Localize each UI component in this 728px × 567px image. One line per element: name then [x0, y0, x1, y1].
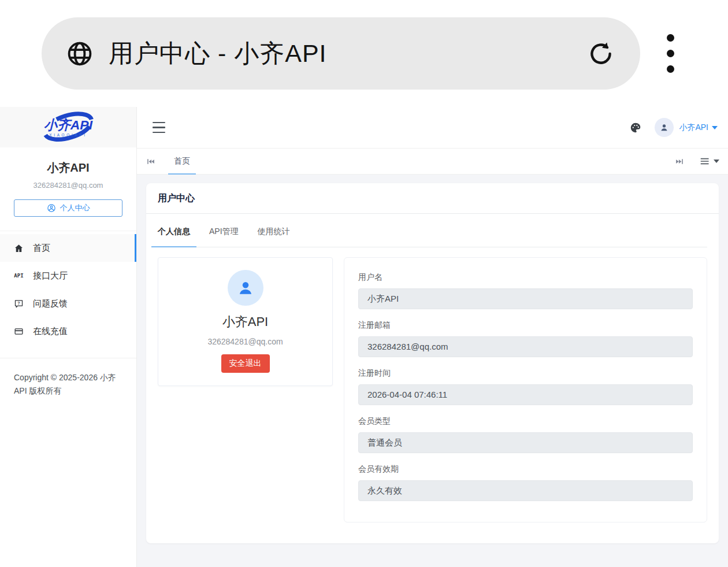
profile-center-button[interactable]: 个人中心 — [14, 199, 122, 217]
scroll-tabs-left-icon[interactable] — [146, 157, 155, 166]
field-member-type: 会员类型 普通会员 — [358, 416, 693, 453]
register-time-input[interactable]: 2026-04-04 07:46:11 — [358, 384, 693, 405]
main-column: 小齐API 首页 — [137, 107, 728, 567]
member-type-input[interactable]: 普通会员 — [358, 432, 693, 453]
account-details-panel: 用户名 小齐API 注册邮箱 326284281@qq.com 注册时间 202… — [344, 257, 707, 522]
field-member-validity: 会员有效期 永久有效 — [358, 464, 693, 501]
theme-palette-icon[interactable] — [629, 121, 642, 134]
tab-label: API管理 — [209, 227, 239, 237]
field-label: 会员类型 — [358, 416, 693, 427]
feedback-icon: ? — [14, 299, 24, 309]
tab-api-management[interactable]: API管理 — [209, 225, 239, 247]
browser-menu-icon[interactable] — [667, 34, 674, 73]
sidebar-user-block: 小齐API 326284281@qq.com 个人中心 — [0, 147, 136, 231]
page-tab-home[interactable]: 首页 — [168, 149, 196, 175]
sidebar-user-name: 小齐API — [14, 160, 122, 176]
svg-text:XIAOQIAPI: XIAOQIAPI — [49, 133, 87, 138]
svg-text:小齐API: 小齐API — [44, 117, 93, 132]
page-tab-label: 首页 — [174, 156, 190, 166]
sidebar-item-label: 在线充值 — [33, 326, 68, 337]
user-avatar[interactable] — [655, 118, 674, 137]
user-dropdown-label: 小齐API — [679, 123, 708, 133]
field-register-time: 注册时间 2026-04-04 07:46:11 — [358, 368, 693, 405]
sidebar-item-label: 首页 — [33, 243, 50, 254]
tab-usage-stats[interactable]: 使用统计 — [258, 225, 290, 247]
list-icon — [700, 157, 711, 166]
personal-info-pane: 小齐API 326284281@qq.com 安全退出 用户名 小齐API 注册… — [158, 257, 707, 522]
refresh-icon[interactable] — [587, 40, 615, 68]
avatar-person-icon — [236, 278, 255, 298]
app-frame: 小齐API XIAOQIAPI 小齐API 326284281@qq.com 个… — [0, 107, 728, 567]
profile-name: 小齐API — [222, 313, 268, 331]
card-title: 用户中心 — [158, 192, 195, 205]
logout-button[interactable]: 安全退出 — [221, 354, 270, 373]
copyright-text: Copyright © 2025-2026 小齐 API 版权所有 — [0, 358, 136, 398]
tab-label: 使用统计 — [258, 227, 290, 237]
tab-label: 个人信息 — [158, 227, 190, 237]
logo-area[interactable]: 小齐API XIAOQIAPI — [0, 107, 136, 147]
field-label: 用户名 — [358, 272, 693, 283]
globe-icon — [66, 40, 94, 68]
profile-avatar — [228, 270, 263, 306]
register-email-input[interactable]: 326284281@qq.com — [358, 336, 693, 357]
svg-text:?: ? — [17, 301, 20, 305]
browser-chrome: 用户中心 - 小齐API — [0, 0, 728, 107]
sidebar-item-label: 接口大厅 — [33, 270, 68, 281]
page-tab-bar: 首页 — [137, 149, 728, 175]
chevron-down-icon — [712, 126, 718, 129]
member-validity-input[interactable]: 永久有效 — [358, 480, 693, 501]
address-bar[interactable]: 用户中心 - 小齐API — [42, 17, 640, 90]
field-label: 注册邮箱 — [358, 320, 693, 331]
card-header: 用户中心 — [146, 183, 719, 214]
sidebar-item-home[interactable]: 首页 — [0, 234, 136, 262]
sidebar: 小齐API XIAOQIAPI 小齐API 326284281@qq.com 个… — [0, 107, 137, 567]
page-title: 用户中心 - 小齐API — [109, 37, 587, 71]
username-input[interactable]: 小齐API — [358, 288, 693, 309]
profile-email: 326284281@qq.com — [207, 337, 283, 346]
brand-logo-icon: 小齐API XIAOQIAPI — [36, 110, 100, 144]
topbar-right: 小齐API — [629, 118, 718, 137]
topbar: 小齐API — [137, 107, 728, 149]
tab-personal-info[interactable]: 个人信息 — [158, 225, 190, 247]
sidebar-user-email: 326284281@qq.com — [14, 181, 122, 190]
profile-center-label: 个人中心 — [60, 203, 90, 213]
card-body: 个人信息 API管理 使用统计 — [146, 214, 719, 536]
chevron-down-icon — [714, 160, 719, 163]
sidebar-item-recharge[interactable]: 在线充值 — [0, 317, 136, 345]
field-label: 注册时间 — [358, 368, 693, 379]
sidebar-nav: 首页 API 接口大厅 ? 问题反馈 — [0, 231, 136, 345]
person-circle-icon — [47, 203, 56, 213]
home-icon — [14, 243, 24, 253]
field-label: 会员有效期 — [358, 464, 693, 475]
avatar-person-icon — [659, 122, 670, 133]
recharge-card-icon — [14, 327, 24, 336]
profile-summary-card: 小齐API 326284281@qq.com 安全退出 — [158, 257, 333, 386]
tab-options-button[interactable] — [700, 157, 719, 166]
detail-tabs: 个人信息 API管理 使用统计 — [158, 225, 707, 247]
sidebar-item-api-hall[interactable]: API 接口大厅 — [0, 262, 136, 290]
user-center-card: 用户中心 个人信息 API管理 使用统计 — [146, 183, 719, 543]
hamburger-menu-icon[interactable] — [153, 122, 165, 134]
field-register-email: 注册邮箱 326284281@qq.com — [358, 320, 693, 357]
field-username: 用户名 小齐API — [358, 272, 693, 309]
sidebar-item-label: 问题反馈 — [33, 298, 68, 309]
content-area: 用户中心 个人信息 API管理 使用统计 — [137, 175, 728, 567]
scroll-tabs-right-icon[interactable] — [675, 157, 685, 166]
api-icon: API — [14, 271, 24, 281]
sidebar-item-feedback[interactable]: ? 问题反馈 — [0, 290, 136, 317]
user-dropdown[interactable]: 小齐API — [679, 123, 718, 133]
